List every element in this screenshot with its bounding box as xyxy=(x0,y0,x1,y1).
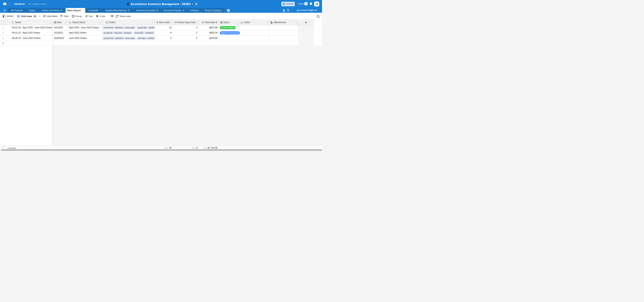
svg-text:31: 31 xyxy=(54,22,56,23)
svg-text:A: A xyxy=(241,21,242,24)
